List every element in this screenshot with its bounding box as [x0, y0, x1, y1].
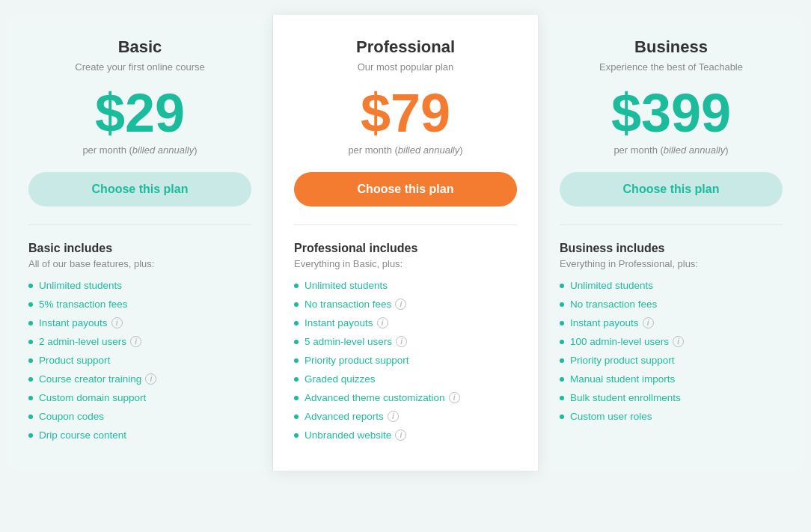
- feature-text: Instant payoutsi: [304, 317, 388, 328]
- feature-text: Bulk student enrollments: [570, 392, 681, 403]
- pricing-container: Basic Create your first online course $2…: [7, 15, 804, 471]
- plan-name-professional: Professional: [356, 37, 455, 57]
- feature-text: Coupon codes: [39, 411, 104, 422]
- feature-bullet-icon: [28, 284, 33, 288]
- feature-item: Unlimited students: [560, 280, 783, 291]
- feature-item: Unbranded websitei: [294, 429, 517, 441]
- feature-text: Graded quizzes: [304, 373, 376, 385]
- feature-item: Advanced theme customizationi: [294, 392, 517, 403]
- features-subtitle-professional: Everything in Basic, plus:: [294, 258, 517, 269]
- feature-text: No transaction fees: [570, 299, 657, 310]
- feature-item: Drip course content: [28, 429, 251, 441]
- feature-bullet-icon: [28, 358, 33, 363]
- info-icon: i: [130, 336, 141, 347]
- feature-list-business: Unlimited students No transaction fees: [560, 280, 783, 422]
- feature-text: Unlimited students: [304, 280, 388, 291]
- feature-text: Advanced reportsi: [304, 411, 399, 422]
- feature-text: Instant payoutsi: [570, 317, 654, 328]
- feature-item: 2 admin-level usersi: [28, 336, 251, 347]
- info-icon: i: [388, 411, 399, 422]
- feature-item: Course creator trainingi: [28, 373, 251, 385]
- feature-bullet-icon: [560, 340, 564, 344]
- choose-plan-button-basic[interactable]: Choose this plan: [28, 172, 251, 207]
- info-icon: i: [449, 392, 460, 403]
- feature-item: Coupon codes: [28, 411, 251, 422]
- choose-plan-button-professional[interactable]: Choose this plan: [294, 172, 517, 207]
- info-icon: i: [145, 373, 156, 385]
- feature-item: Custom domain support: [28, 392, 251, 403]
- feature-bullet-icon: [294, 415, 299, 419]
- feature-text: Unlimited students: [570, 280, 653, 291]
- info-icon: i: [377, 317, 388, 328]
- feature-bullet-icon: [28, 377, 33, 382]
- feature-bullet-icon: [560, 377, 564, 382]
- plan-tagline-business: Experience the best of Teachable: [599, 61, 743, 73]
- plan-billing-professional: per month (billed annually): [348, 144, 462, 156]
- feature-text: Priority product support: [570, 355, 675, 366]
- plan-price-professional: $79: [361, 86, 450, 140]
- feature-text: No transaction feesi: [304, 299, 406, 310]
- info-icon: i: [395, 429, 406, 441]
- feature-text: Instant payoutsi: [39, 317, 123, 328]
- features-subtitle-basic: All of our base features, plus:: [28, 258, 251, 269]
- feature-bullet-icon: [28, 321, 33, 325]
- plan-card-business: Business Experience the best of Teachabl…: [539, 15, 804, 471]
- feature-bullet-icon: [560, 302, 564, 307]
- feature-bullet-icon: [294, 340, 299, 344]
- feature-bullet-icon: [28, 340, 33, 344]
- feature-bullet-icon: [560, 415, 564, 419]
- feature-item: 5% transaction fees: [28, 299, 251, 310]
- features-section-professional: Professional includes Everything in Basi…: [294, 242, 517, 448]
- feature-bullet-icon: [560, 396, 564, 400]
- feature-item: Instant payoutsi: [28, 317, 251, 328]
- feature-item: Manual student imports: [560, 373, 783, 385]
- plan-tagline-professional: Our most popular plan: [358, 61, 454, 73]
- feature-text: Unbranded websitei: [304, 429, 406, 441]
- feature-bullet-icon: [294, 302, 299, 307]
- feature-text: Drip course content: [39, 429, 126, 441]
- feature-bullet-icon: [560, 358, 564, 363]
- feature-text: Product support: [39, 355, 110, 366]
- feature-list-basic: Unlimited students 5% transaction fees: [28, 280, 251, 441]
- info-icon: i: [395, 299, 406, 310]
- info-icon: i: [643, 317, 654, 328]
- plan-price-basic: $29: [95, 86, 185, 140]
- plan-billing-business: per month (billed annually): [613, 144, 728, 156]
- feature-bullet-icon: [294, 433, 299, 438]
- features-section-business: Business includes Everything in Professi…: [560, 242, 783, 429]
- choose-plan-button-business[interactable]: Choose this plan: [560, 172, 783, 207]
- plan-name-business: Business: [634, 37, 708, 57]
- feature-text: 2 admin-level usersi: [39, 336, 141, 347]
- feature-bullet-icon: [294, 284, 299, 288]
- feature-item: No transaction feesi: [294, 299, 517, 310]
- features-title-basic: Basic includes: [28, 242, 251, 255]
- feature-text: Manual student imports: [570, 373, 675, 385]
- feature-item: Priority product support: [560, 355, 783, 366]
- feature-item: Custom user roles: [560, 411, 783, 422]
- feature-text: Priority product support: [304, 355, 409, 366]
- feature-item: Graded quizzes: [294, 373, 517, 385]
- plan-tagline-basic: Create your first online course: [75, 61, 204, 73]
- feature-text: Custom domain support: [39, 392, 146, 403]
- feature-text: Custom user roles: [570, 411, 652, 422]
- features-subtitle-business: Everything in Professional, plus:: [560, 258, 783, 269]
- plan-card-basic: Basic Create your first online course $2…: [7, 15, 273, 471]
- feature-bullet-icon: [294, 396, 299, 400]
- feature-list-professional: Unlimited students No transaction feesi: [294, 280, 517, 441]
- feature-item: Product support: [28, 355, 251, 366]
- info-icon: i: [673, 336, 684, 347]
- info-icon: i: [396, 336, 407, 347]
- feature-bullet-icon: [28, 302, 33, 307]
- feature-text: Unlimited students: [39, 280, 122, 291]
- feature-bullet-icon: [560, 321, 564, 325]
- feature-bullet-icon: [294, 377, 299, 382]
- features-section-basic: Basic includes All of our base features,…: [28, 242, 251, 448]
- feature-item: Bulk student enrollments: [560, 392, 783, 403]
- plan-name-basic: Basic: [118, 37, 162, 57]
- feature-bullet-icon: [28, 396, 33, 400]
- feature-item: Advanced reportsi: [294, 411, 517, 422]
- feature-item: No transaction fees: [560, 299, 783, 310]
- feature-text: Advanced theme customizationi: [304, 392, 460, 403]
- feature-bullet-icon: [560, 284, 564, 288]
- plan-divider-business: [560, 224, 783, 225]
